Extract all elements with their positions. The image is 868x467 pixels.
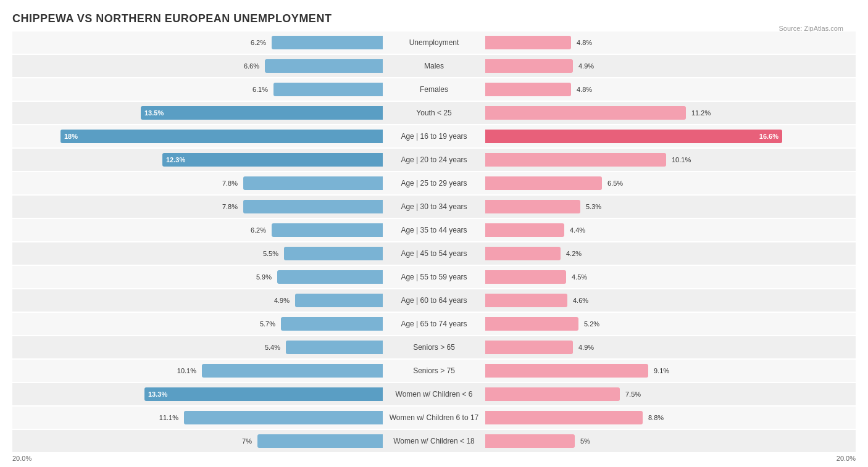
bar-pink-13: 4.9%	[485, 341, 573, 354]
bar-blue-4: 18%	[61, 130, 383, 143]
bar-row: 10.1% Seniors > 75 9.1%	[12, 360, 856, 382]
right-section: 5.2%	[485, 313, 856, 335]
bar-blue-3: 13.5%	[141, 106, 383, 120]
chart-area: 6.2% Unemployment 4.8% 6.6% Males	[12, 31, 856, 452]
row-label-12: Age | 65 to 74 years	[383, 320, 485, 328]
right-value-outside-0: 4.8%	[574, 39, 592, 46]
right-section: 10.1%	[485, 149, 856, 171]
row-label-13: Seniors > 65	[383, 343, 485, 352]
bar-blue-16: 11.1%	[184, 411, 383, 424]
row-label-4: Age | 16 to 19 years	[383, 132, 485, 141]
row-label-11: Age | 60 to 64 years	[383, 296, 485, 305]
bar-row: 11.1% Women w/ Children 6 to 17 8.8%	[12, 407, 856, 429]
left-value-outside-13: 5.4%	[265, 344, 283, 351]
right-section: 11.2%	[485, 102, 856, 124]
right-value-outside-6: 6.5%	[604, 180, 623, 187]
right-value-outside-11: 4.6%	[570, 297, 588, 304]
right-section: 4.4%	[485, 219, 856, 241]
row-label-1: Males	[383, 62, 485, 70]
bar-pink-7: 5.3%	[485, 200, 580, 213]
right-value-outside-3: 11.2%	[688, 109, 711, 117]
row-label-9: Age | 45 to 54 years	[383, 249, 485, 258]
right-section: 4.8%	[485, 78, 856, 101]
left-section: 13.5%	[12, 102, 383, 124]
bar-pink-9: 4.2%	[485, 247, 561, 260]
scale-right: 20.0%	[484, 455, 856, 462]
bar-blue-7: 7.8%	[243, 200, 383, 213]
bar-blue-9: 5.5%	[284, 247, 383, 260]
row-label-14: Seniors > 75	[383, 366, 485, 375]
right-value-outside-5: 10.1%	[669, 156, 691, 163]
bar-pink-3: 11.2%	[485, 106, 686, 120]
scale-label-left: 20.0%	[12, 455, 31, 462]
left-value-inside-3: 13.5%	[144, 109, 164, 117]
row-label-16: Women w/ Children 6 to 17	[383, 413, 485, 422]
right-value-outside-10: 4.5%	[569, 273, 587, 281]
left-section: 12.3%	[12, 149, 383, 171]
right-value-outside-9: 4.2%	[563, 250, 582, 257]
bar-row: 5.9% Age | 55 to 59 years 4.5%	[12, 266, 856, 288]
left-value-inside-4: 18%	[64, 133, 78, 140]
left-section: 5.9%	[12, 266, 383, 288]
bar-row: 13.3% Women w/ Children < 6 7.5%	[12, 383, 856, 405]
right-value-outside-8: 4.4%	[567, 226, 585, 234]
bar-row: 18% Age | 16 to 19 years 16.6%	[12, 125, 856, 147]
left-value-outside-10: 5.9%	[256, 273, 275, 281]
row-label-7: Age | 30 to 34 years	[383, 202, 485, 211]
bar-row: 7.8% Age | 30 to 34 years 5.3%	[12, 196, 856, 218]
left-section: 18%	[12, 125, 383, 147]
left-section: 10.1%	[12, 360, 383, 382]
bar-blue-13: 5.4%	[286, 341, 383, 354]
left-section: 13.3%	[12, 383, 383, 405]
right-value-outside-2: 4.8%	[574, 86, 592, 93]
bar-pink-17: 5%	[485, 434, 575, 448]
bar-row: 7.8% Age | 25 to 29 years 6.5%	[12, 172, 856, 194]
left-section: 4.9%	[12, 289, 383, 312]
left-value-inside-15: 13.3%	[148, 391, 167, 398]
row-label-5: Age | 20 to 24 years	[383, 155, 485, 164]
left-section: 6.2%	[12, 219, 383, 241]
right-value-outside-1: 4.9%	[575, 62, 594, 70]
bar-blue-14: 10.1%	[202, 364, 383, 378]
bar-row: 6.1% Females 4.8%	[12, 78, 856, 101]
bar-blue-10: 5.9%	[277, 270, 383, 284]
header-row: CHIPPEWA VS NORTHERN EUROPEAN UNEMPLOYME…	[12, 12, 856, 25]
right-section: 4.5%	[485, 266, 856, 288]
row-label-15: Women w/ Children < 6	[383, 390, 485, 399]
row-label-2: Females	[383, 85, 485, 94]
bar-pink-16: 8.8%	[485, 411, 643, 424]
bar-row: 13.5% Youth < 25 11.2%	[12, 102, 856, 124]
bar-row: 12.3% Age | 20 to 24 years 10.1%	[12, 149, 856, 171]
left-section: 11.1%	[12, 407, 383, 429]
bar-pink-5: 10.1%	[485, 153, 666, 167]
bar-row: 4.9% Age | 60 to 64 years 4.6%	[12, 289, 856, 312]
bar-blue-17: 7%	[257, 434, 383, 448]
bar-row: 6.2% Unemployment 4.8%	[12, 31, 856, 54]
left-value-outside-11: 4.9%	[274, 297, 293, 304]
row-label-0: Unemployment	[383, 38, 485, 47]
left-section: 5.5%	[12, 242, 383, 265]
right-value-outside-15: 7.5%	[622, 391, 641, 398]
left-section: 6.2%	[12, 31, 383, 54]
bar-pink-14: 9.1%	[485, 364, 648, 378]
left-value-outside-7: 7.8%	[222, 203, 241, 210]
row-label-3: Youth < 25	[383, 109, 485, 117]
row-label-6: Age | 25 to 29 years	[383, 179, 485, 188]
right-value-outside-14: 9.1%	[651, 367, 669, 374]
row-label-17: Women w/ Children < 18	[383, 437, 485, 445]
chart-container: CHIPPEWA VS NORTHERN EUROPEAN UNEMPLOYME…	[0, 0, 868, 467]
right-section: 6.5%	[485, 172, 856, 194]
scale-left: 20.0%	[12, 455, 384, 462]
bar-pink-15: 7.5%	[485, 387, 620, 401]
bar-blue-2: 6.1%	[273, 83, 383, 96]
left-section: 7.8%	[12, 196, 383, 218]
right-section: 4.9%	[485, 336, 856, 358]
left-value-outside-12: 5.7%	[260, 320, 278, 328]
bar-pink-10: 4.5%	[485, 270, 566, 284]
right-section: 5.3%	[485, 196, 856, 218]
left-value-outside-2: 6.1%	[252, 86, 271, 93]
bar-row: 6.2% Age | 35 to 44 years 4.4%	[12, 219, 856, 241]
right-value-outside-16: 8.8%	[645, 414, 664, 421]
left-value-outside-6: 7.8%	[222, 180, 241, 187]
bar-row: 7% Women w/ Children < 18 5%	[12, 430, 856, 452]
